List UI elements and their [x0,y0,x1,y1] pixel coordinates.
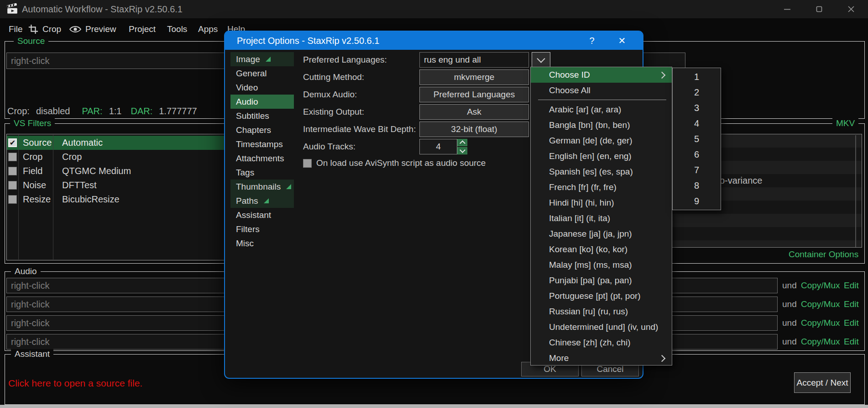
preferred-languages-dropdown-button[interactable] [532,52,550,68]
filter-checkbox[interactable] [8,167,17,175]
sidebar-item-thumbnails[interactable]: Thumbnails [230,180,294,194]
menu-item-french[interactable]: French [fr] (fr, fre) [531,180,672,195]
assistant-message[interactable]: Click here to open a source file. [8,378,142,389]
filter-checkbox[interactable] [8,195,17,204]
menu-separator [538,100,666,100]
menu-item-malay[interactable]: Malay [ms] (ms, msa) [531,257,672,273]
close-button[interactable] [840,0,863,18]
menu-item-choose-id[interactable]: Choose ID [531,67,672,83]
audio-tracks-label: Audio Tracks: [303,139,356,154]
clapperboard-icon [6,3,18,15]
menu-item-spanish[interactable]: Spanish [es] (es, spa) [531,164,672,180]
sidebar-item-assistant[interactable]: Assistant [230,208,294,222]
menu-tools[interactable]: Tools [167,18,187,40]
sidebar-item-chapters[interactable]: Chapters [230,123,294,137]
audio-tracks-value[interactable]: 4 [419,139,457,154]
copy-mux-link-2[interactable]: Copy/Mux [801,299,840,309]
dialog-help-button[interactable]: ? [583,32,601,50]
edit-link-2[interactable]: Edit [844,299,859,309]
dialog-close-button[interactable]: ✕ [613,32,631,50]
filter-type: Crop [18,152,58,162]
submenu-item-9[interactable]: 9 [673,193,721,209]
menu-item-italian[interactable]: Italian [it] (it, ita) [531,211,672,226]
menu-item-hindi[interactable]: Hindi [hi] (hi, hin) [531,195,672,211]
mkv-group-label: MKV [832,118,858,128]
copy-mux-link-4[interactable]: Copy/Mux [801,337,840,347]
list-scrollbar[interactable] [855,135,856,247]
preferred-languages-input[interactable] [419,52,529,68]
window-title: Automatic Workflow - StaxRip v2.50.6.1 [22,4,183,15]
submenu-item-1[interactable]: 1 [673,69,721,85]
sidebar-item-attachments[interactable]: Attachments [230,151,294,165]
id-submenu: 1 2 3 4 5 6 7 8 9 [672,68,721,210]
maximize-button[interactable] [808,0,831,18]
sidebar-item-subtitles[interactable]: Subtitles [230,109,294,123]
edit-link-3[interactable]: Edit [844,318,859,328]
wave-bit-depth-label: Intermediate Wave Bit Depth: [303,122,416,137]
container-options-link[interactable]: Container Options [789,249,858,260]
sidebar-item-paths[interactable]: Paths [230,194,294,208]
menu-project[interactable]: Project [129,18,156,40]
menu-item-arabic[interactable]: Arabic [ar] (ar, ara) [531,102,672,117]
cutting-method-button[interactable]: mkvmerge [419,69,529,85]
sidebar-item-video[interactable]: Video [230,80,294,95]
menu-item-portuguese[interactable]: Portuguese [pt] (pt, por) [531,288,672,304]
edit-link-4[interactable]: Edit [844,337,859,347]
filter-checkbox[interactable] [8,153,17,161]
submenu-item-3[interactable]: 3 [673,100,721,116]
avisynth-checkbox-label: On load use AviSynth script as audio sou… [316,155,486,171]
menu-item-japanese[interactable]: Japanese [ja] (ja, jpn) [531,226,672,242]
sidebar-item-filters[interactable]: Filters [230,222,294,236]
menu-item-german[interactable]: German [de] (de, ger) [531,133,672,148]
cutting-method-label: Cutting Method: [303,69,364,85]
menu-item-chinese[interactable]: Chinese [zh] (zh, chi) [531,335,672,350]
sidebar-item-tags[interactable]: Tags [230,165,294,180]
menu-item-english[interactable]: English [en] (en, eng) [531,148,672,164]
existing-output-button[interactable]: Ask [419,104,529,120]
sidebar-item-audio[interactable]: Audio [230,95,294,109]
maximize-icon [816,5,823,13]
menu-item-choose-all[interactable]: Choose All [531,83,672,98]
dialog-title-bar: Project Options - StaxRip v2.50.6.1 [225,32,643,50]
menu-apps[interactable]: Apps [198,18,218,40]
crop-label: Crop: [7,106,30,117]
menu-item-undetermined[interactable]: Undetermined [und] (iv, und) [531,319,672,335]
menu-item-korean[interactable]: Korean [ko] (ko, kor) [531,242,672,257]
window-bottom-edge [0,405,868,408]
wave-bit-depth-button[interactable]: 32-bit (float) [419,122,529,137]
copy-mux-link-1[interactable]: Copy/Mux [801,281,840,291]
table-column-divider [18,135,19,260]
menu-preview[interactable]: Preview [69,18,116,40]
menu-item-more[interactable]: More [531,350,672,366]
sidebar-item-timestamps[interactable]: Timestamps [230,137,294,151]
audio-tracks-up-button[interactable] [457,139,467,146]
sidebar-item-image[interactable]: Image [230,52,294,66]
minimize-button[interactable] [776,0,799,18]
menu-item-russian[interactable]: Russian [ru] (ru, rus) [531,304,672,319]
accept-next-button[interactable]: Accept / Next [794,372,851,393]
audio-tracks-down-button[interactable] [457,147,467,154]
avisynth-source-checkbox[interactable] [303,159,312,168]
demux-audio-button[interactable]: Preferred Languages [419,87,529,102]
table-column-divider [53,135,53,260]
chevron-down-icon [460,147,465,153]
edit-link-1[interactable]: Edit [844,281,859,291]
filter-checkbox-checked[interactable]: ✔ [8,138,17,147]
submenu-item-7[interactable]: 7 [673,162,721,178]
filter-type: Noise [18,180,58,191]
menu-item-punjabi[interactable]: Punjabi [pa] (pa, pan) [531,273,672,288]
audio-lang-2: und [782,299,797,309]
submenu-item-4[interactable]: 4 [673,116,721,131]
submenu-item-6[interactable]: 6 [673,147,721,162]
copy-mux-link-3[interactable]: Copy/Mux [801,318,840,328]
submenu-item-5[interactable]: 5 [673,131,721,147]
chevron-up-icon [460,140,465,146]
sidebar-item-general[interactable]: General [230,66,294,80]
submenu-item-8[interactable]: 8 [673,178,721,193]
submenu-item-2[interactable]: 2 [673,85,721,100]
title-bar: Automatic Workflow - StaxRip v2.50.6.1 [0,0,868,18]
menu-item-bangla[interactable]: Bangla [bn] (bn, ben) [531,117,672,133]
dar-label: DAR: [131,106,152,117]
filter-checkbox[interactable] [8,181,17,190]
sidebar-item-misc[interactable]: Misc [230,236,294,250]
